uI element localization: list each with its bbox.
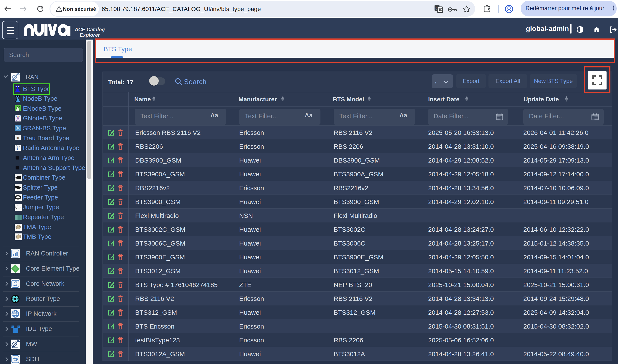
svg-text:TB: TB <box>15 136 19 139</box>
